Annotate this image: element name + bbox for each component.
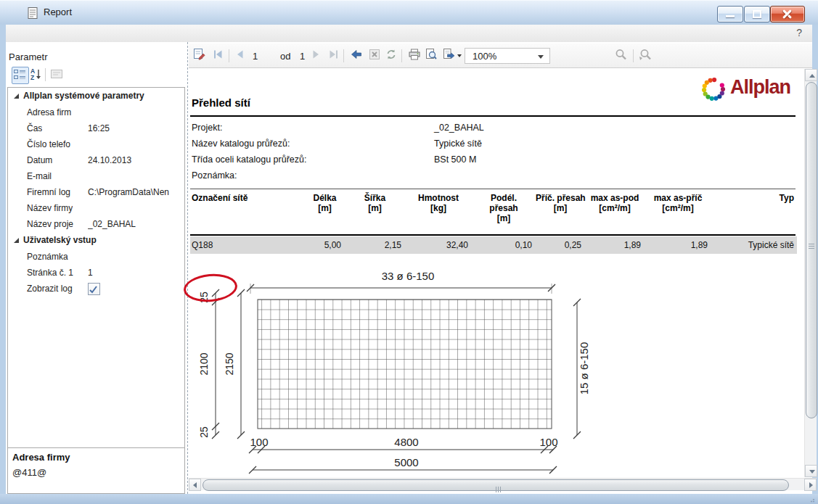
cancel-rendering-button[interactable] [367,48,383,64]
property-row-firemni-logo[interactable]: Firemní logC:\ProgramData\Nen [8,184,184,200]
property-row-datum[interactable]: Datum24.10.2013 [8,152,184,168]
dialog-content: Parametr AZ Allplan systémové parametry … [6,42,812,494]
category-label: Uživatelský vstup [23,232,97,249]
zobrazit-logo-checkbox[interactable] [88,283,100,295]
allplan-logo: Allplan [699,75,801,105]
property-label: Firemní log [27,184,70,200]
col-typ: Typ [711,193,797,223]
last-page-button[interactable] [325,48,341,64]
parameter-panel: Parametr AZ Allplan systémové parametry … [6,42,187,494]
description-title: Adresa firmy [12,452,184,463]
category-uzivatelsky-vstup[interactable]: Uživatelský vstup [8,232,184,249]
property-value: C:\ProgramData\Nen [88,184,169,200]
property-value: _02_BAHAL [88,216,136,232]
left-bottom-dimension-label: 25 [198,426,210,438]
scroll-down-button[interactable] [805,465,817,477]
category-allplan-system-parameters[interactable]: Allplan systémové parametry [8,88,184,104]
svg-text:Z: Z [30,74,34,81]
vertical-scroll-thumb[interactable] [806,82,817,418]
minimize-button[interactable] [717,6,743,22]
refresh-button[interactable] [383,48,399,64]
arrow-right-icon [809,482,813,488]
sort-alphabetical-button[interactable]: AZ [28,67,44,83]
property-row-nazev-firmy[interactable]: Název firmy [8,200,184,216]
col-hmotnost: Hmotnost[kg] [405,193,472,223]
search-button[interactable] [613,48,629,64]
right-dimension-label: 15 ø 6-150 [578,342,590,395]
cell-typ: Typické sítě [711,236,797,254]
report-page: Allplan Přehled sítí Projekt:_02_BAHAL N… [189,69,804,477]
toolbar-separator [343,49,344,62]
maximize-icon [753,10,761,18]
property-row-stranka[interactable]: Stránka č. 11 [8,265,184,281]
panel-title: Parametr [9,51,47,62]
collapse-arrow-icon [14,94,19,99]
property-row-cislo-telefonu[interactable]: Číslo telefo [8,136,184,152]
title-divider [190,115,795,117]
property-grid: Allplan systémové parametry Adresa firm … [7,87,185,449]
info-row: Třída oceli katalogu průřezů:BSt 500 M [192,154,794,170]
bottom-total-dimension-label: 5000 [394,456,418,468]
property-label: Adresa firm [27,104,71,120]
search-next-button[interactable] [637,48,653,64]
info-label: Třída oceli katalogu průřezů: [192,154,306,165]
resize-grip[interactable]: ⠴ [810,496,816,504]
property-row-cas[interactable]: Čas16:25 [8,120,184,136]
next-page-button[interactable] [308,48,324,64]
vertical-scrollbar[interactable] [804,69,817,477]
allplan-ring-icon [699,75,728,104]
property-label: Čas [27,120,42,136]
cell-podel-presah: 0,10 [472,236,536,254]
scroll-right-button[interactable] [804,479,817,491]
scroll-left-button[interactable] [189,479,201,491]
bottom-left-dimension-label: 100 [250,436,268,448]
property-value: 24.10.2013 [88,152,131,168]
col-sirka: Šířka[m] [345,193,405,223]
print-button[interactable] [406,48,422,64]
cell-pric-presah: 0,25 [536,236,585,254]
col-oznaceni-site: Označení sítě [190,193,305,223]
minimize-icon [726,15,735,17]
arrow-down-icon [809,470,815,474]
property-pages-button[interactable] [49,67,65,83]
header-divider [190,234,795,236]
property-row-zobrazit-logo[interactable]: Zobrazit log [8,281,184,297]
property-row-email[interactable]: E-mail [8,168,184,184]
report-title: Přehled sítí [192,96,250,109]
help-button[interactable]: ? [796,27,802,38]
property-label: Poznámka [27,249,68,265]
property-row-poznamka[interactable]: Poznámka [8,249,184,265]
table-row-q188[interactable]: Q188 5,00 2,15 32,40 0,10 0,25 1,89 1,89… [190,236,797,254]
print-layout-button[interactable] [423,48,439,64]
bottom-right-dimension-label: 100 [539,436,557,448]
first-page-button[interactable] [210,48,226,64]
property-row-nazev-projektu[interactable]: Název proje_02_BAHAL [8,216,184,232]
edit-parameters-button[interactable] [192,48,208,64]
horizontal-scrollbar[interactable] [189,478,817,490]
info-label: Název katalogu průřezů: [192,139,290,149]
collapse-arrow-icon [14,238,19,243]
chevron-down-icon [538,55,544,59]
arrow-left-icon [193,482,197,488]
maximize-button[interactable] [744,6,770,22]
property-label: Stránka č. 1 [27,265,73,281]
table-header: Označení sítě Délka[m] Šířka[m] Hmotnost… [190,193,797,223]
page-number-field[interactable]: 1 [253,51,258,62]
cell-max-as-pric: 1,89 [645,236,711,254]
property-label: Název proje [27,216,73,232]
report-window: Report ? Parametr AZ [0,0,818,504]
col-podel-presah: Podél.přesah[m] [472,193,536,223]
export-button[interactable] [441,48,457,64]
property-row-adresa-firm[interactable]: Adresa firm [8,104,184,120]
back-button[interactable] [348,48,364,64]
categorized-view-button[interactable] [12,67,29,84]
info-value: BSt 500 M [434,154,476,165]
zoom-combobox[interactable]: 100% [465,48,550,64]
window-title: Report [44,7,72,17]
window-frame-bottom: ⠴ [0,494,818,504]
scroll-up-button[interactable] [805,69,817,81]
close-button[interactable] [770,6,805,22]
horizontal-scroll-thumb[interactable] [203,479,789,491]
export-dropdown-caret-icon[interactable] [457,54,462,57]
previous-page-button[interactable] [232,48,248,64]
